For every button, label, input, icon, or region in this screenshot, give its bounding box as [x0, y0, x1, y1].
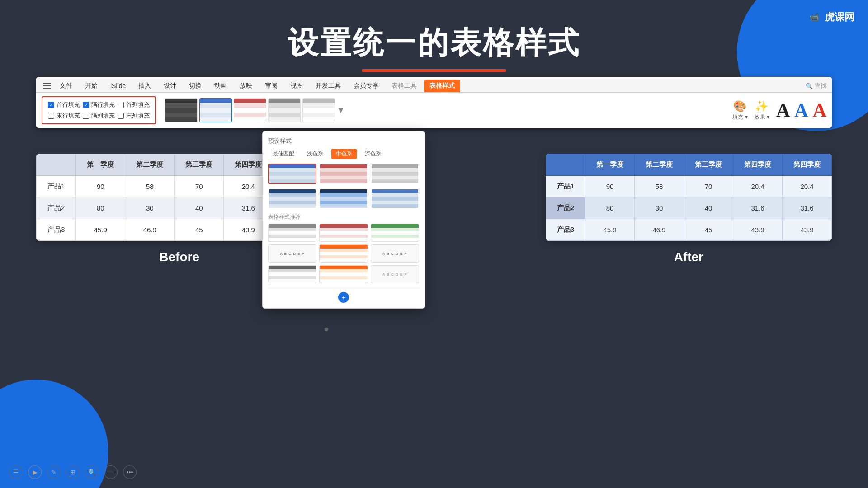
cb-last-row-box[interactable] — [48, 113, 54, 119]
grid-btn[interactable]: ⊞ — [66, 465, 80, 479]
dd-tab-medium[interactable]: 中色系 — [331, 149, 357, 159]
rg-item-9[interactable]: A B C D E F — [371, 265, 419, 283]
cb-alt-col-box[interactable] — [83, 113, 89, 119]
cb-alt-row-box[interactable]: ✓ — [83, 102, 89, 108]
style-preset-5[interactable] — [302, 98, 335, 122]
before-r2-name: 产品2 — [37, 197, 76, 219]
rg-item-5[interactable] — [319, 244, 368, 263]
edit-btn[interactable]: ✎ — [47, 465, 61, 479]
tab-insert[interactable]: 插入 — [133, 80, 156, 92]
after-th-1: 第一季度 — [585, 154, 635, 176]
before-r3-name: 产品3 — [37, 219, 76, 241]
cb-last-col-box[interactable] — [118, 113, 124, 119]
rg-item-8[interactable] — [319, 265, 368, 283]
ribbon-right-tools: 🎨 填充 ▾ ✨ 效果 ▾ A A A — [732, 99, 826, 121]
tab-review[interactable]: 审阅 — [259, 80, 283, 92]
rg-item-3[interactable] — [371, 224, 419, 242]
cb-first-row-box[interactable]: ✓ — [48, 102, 54, 108]
tab-view[interactable]: 视图 — [285, 80, 308, 92]
rg-item-2[interactable] — [319, 224, 368, 242]
text-style-dark[interactable]: A — [776, 99, 790, 121]
style-preset-3[interactable] — [234, 98, 266, 122]
cb-last-row[interactable]: 末行填充 — [48, 112, 80, 120]
minus-btn[interactable]: — — [104, 465, 118, 479]
cb-first-row-label: 首行填充 — [57, 101, 80, 109]
sg-item-dark2[interactable] — [319, 188, 368, 209]
cb-first-row[interactable]: ✓ 首行填充 — [48, 101, 80, 109]
sg-item-red[interactable] — [319, 164, 368, 184]
style-preset-4[interactable] — [268, 98, 301, 122]
logo: 📹 虎课网 — [806, 9, 854, 25]
after-r1-q5: 20.4 — [783, 176, 832, 197]
before-r2-q3: 40 — [175, 197, 224, 219]
style-grid-medium: 中度样式2-强调1 — [268, 164, 419, 184]
recommend-grid: A B C D E F A B C D E F A B C D E F — [268, 224, 419, 283]
hamburger-menu[interactable] — [42, 81, 52, 90]
after-r3-q4: 43.9 — [733, 219, 783, 241]
style-preset-2[interactable] — [199, 98, 232, 122]
tab-devtools[interactable]: 开发工具 — [310, 80, 346, 92]
style-dropdown-popup: 预设样式 最佳匹配 浅色系 中色系 深色系 中度样式2-强调1 — [262, 131, 425, 309]
rg-item-6[interactable]: A B C D E F — [371, 244, 419, 263]
page-title: 设置统一的表格样式 — [0, 23, 868, 64]
style-preset-1[interactable] — [165, 98, 198, 122]
cb-alt-col[interactable]: 隔列填充 — [83, 112, 115, 120]
after-r1-name: 产品1 — [546, 176, 585, 197]
after-th-4: 第四季度 — [733, 154, 783, 176]
recommend-label: 表格样式推荐 — [268, 213, 419, 221]
mouse-cursor — [325, 328, 328, 331]
search-label: 查找 — [815, 82, 826, 90]
tab-design[interactable]: 设计 — [158, 80, 182, 92]
tab-file[interactable]: 文件 — [54, 80, 78, 92]
tab-transition[interactable]: 切换 — [184, 80, 207, 92]
title-underline — [362, 69, 506, 72]
before-th-3: 第三季度 — [175, 154, 224, 176]
effect-tool[interactable]: ✨ 效果 ▾ — [755, 100, 769, 121]
effect-icon: ✨ — [755, 100, 769, 113]
sg-item-blue2[interactable] — [268, 188, 316, 209]
zoom-btn[interactable]: 🔍 — [85, 465, 99, 479]
ribbon: 文件 开始 iSlide 插入 设计 切换 动画 放映 审阅 视图 开发工具 会… — [36, 77, 832, 128]
before-r1-q3: 70 — [175, 176, 224, 197]
text-style-blue[interactable]: A — [794, 99, 808, 121]
style-presets-row: ▼ — [165, 98, 723, 122]
cb-alt-row[interactable]: ✓ 隔行填充 — [83, 101, 115, 109]
sg-item-blue-selected[interactable]: 中度样式2-强调1 — [268, 164, 316, 184]
sg-item-gray[interactable] — [371, 164, 419, 184]
dd-tab-dark[interactable]: 深色系 — [360, 149, 386, 159]
tab-table-style[interactable]: 表格样式 — [424, 80, 460, 92]
tab-animation[interactable]: 动画 — [209, 80, 232, 92]
cb-last-col[interactable]: 末列填充 — [118, 112, 150, 120]
play-btn[interactable]: ▶ — [28, 465, 42, 479]
dd-tab-best[interactable]: 最佳匹配 — [268, 149, 299, 159]
before-th-2: 第二季度 — [125, 154, 175, 176]
more-styles-btn[interactable]: + — [338, 292, 349, 303]
before-r3-q3: 45 — [175, 219, 224, 241]
cb-first-col[interactable]: 首列填充 — [118, 101, 150, 109]
text-style-red[interactable]: A — [813, 99, 826, 121]
rg-item-1[interactable] — [268, 224, 316, 242]
tab-member[interactable]: 会员专享 — [348, 80, 384, 92]
tab-table-tools[interactable]: 表格工具 — [386, 80, 422, 92]
before-th-0 — [37, 154, 76, 176]
after-r2-q5: 31.6 — [783, 197, 832, 219]
tab-islide[interactable]: iSlide — [105, 80, 131, 92]
dd-tab-light[interactable]: 浅色系 — [302, 149, 328, 159]
menu-btn[interactable]: ☰ — [9, 465, 23, 479]
cb-first-col-label: 首列填充 — [126, 101, 150, 109]
tab-start[interactable]: 开始 — [80, 80, 103, 92]
rg-item-4[interactable]: A B C D E F — [268, 244, 316, 263]
after-r1-q3: 70 — [684, 176, 733, 197]
tab-slideshow[interactable]: 放映 — [234, 80, 258, 92]
fill-tool[interactable]: 🎨 填充 ▾ — [732, 100, 747, 121]
rg-item-7[interactable] — [268, 265, 316, 283]
dropdown-footer: + — [268, 288, 419, 303]
after-th-3: 第三季度 — [684, 154, 733, 176]
fill-label: 填充 ▾ — [732, 113, 747, 121]
after-r1-q2: 58 — [635, 176, 684, 197]
cb-first-col-box[interactable] — [118, 102, 124, 108]
sg-item-navy[interactable] — [371, 188, 419, 209]
more-btn[interactable]: ••• — [123, 465, 137, 479]
style-expand-btn[interactable]: ▼ — [337, 98, 345, 122]
tables-area: 第一季度 第二季度 第三季度 第四季度 第四季度 产品1 90 58 70 20… — [36, 154, 832, 264]
